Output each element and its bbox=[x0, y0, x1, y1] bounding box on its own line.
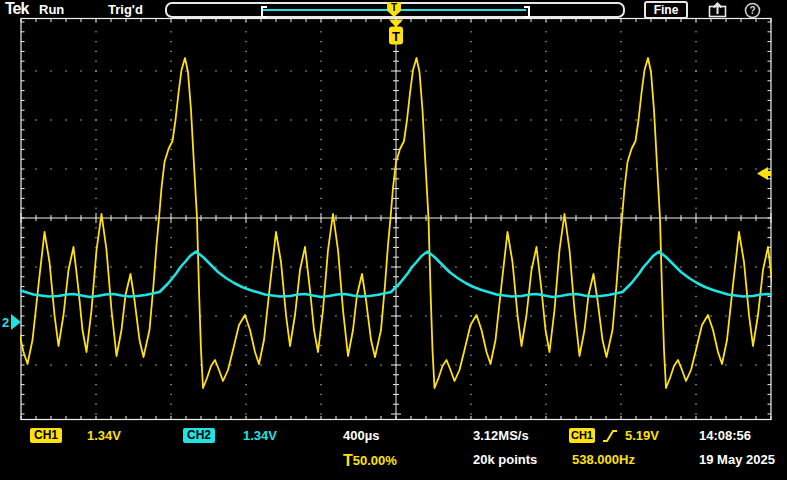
timebase-readout: 400µs bbox=[343, 428, 379, 443]
ch1-badge: CH1 bbox=[30, 428, 62, 443]
clock-time: 14:08:56 bbox=[699, 428, 751, 443]
clock-date: 19 May 2025 bbox=[699, 452, 775, 467]
trigger-frequency-readout: 538.000Hz bbox=[572, 452, 635, 467]
waveform-display: T 2 bbox=[0, 0, 787, 480]
oscilloscope-screen: Tek Run Trig'd T Fine ? T 2 CH1 1.34V CH… bbox=[0, 0, 787, 480]
trigger-level-readout: 5.19V bbox=[625, 428, 659, 443]
trigger-position-value: 50.00% bbox=[353, 453, 397, 468]
svg-text:2: 2 bbox=[2, 315, 9, 330]
rising-edge-icon bbox=[601, 428, 619, 444]
ch2-position-marker[interactable]: 2 bbox=[2, 314, 21, 330]
ch2-waveform bbox=[0, 252, 787, 298]
record-length-readout: 20k points bbox=[473, 452, 537, 467]
trigger-position-marker[interactable]: T bbox=[389, 20, 403, 45]
ch2-scale-readout: 1.34V bbox=[243, 428, 277, 443]
svg-text:T: T bbox=[392, 29, 400, 44]
sample-rate-readout: 3.12MS/s bbox=[473, 428, 529, 443]
ch1-scale-readout: 1.34V bbox=[87, 428, 121, 443]
trigger-source-badge: CH1 bbox=[569, 428, 595, 443]
trigger-position-readout: T50.00% bbox=[343, 452, 397, 470]
graticule bbox=[21, 19, 771, 420]
ch1-waveform bbox=[0, 58, 787, 388]
ch2-badge: CH2 bbox=[183, 428, 215, 443]
trigger-position-prefix: T bbox=[343, 452, 353, 469]
